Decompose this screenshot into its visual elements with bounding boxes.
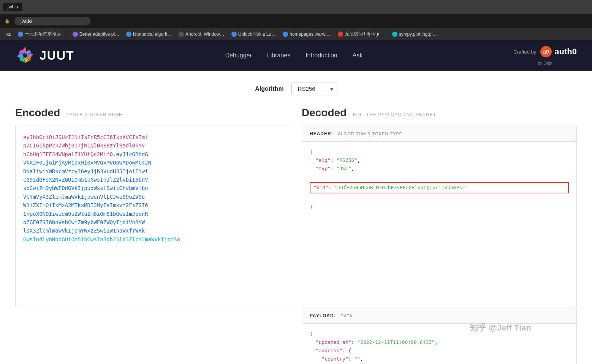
payload-address-key: "address" (316, 348, 342, 353)
svg-text:a0: a0 (543, 49, 549, 55)
algorithm-select-wrapper: HS256 HS384 HS512 RS256 RS384 RS512 (291, 82, 337, 95)
header-typ-key: "typ" (316, 166, 331, 171)
encoded-box[interactable]: eyJhbGciOiJSUzI1NiIsInR5cCI6IkpXVCIsImt … (15, 125, 290, 307)
encoded-token-line12: lsX3ZlcmlmaWVkIjpmYWxzZSwiZW1haWxfYWRk (23, 228, 145, 234)
bookmark-rks[interactable]: rks (3, 31, 13, 37)
encoded-token-line6: cG9zdGFsX2NvZGUiOm51bGwsInJlZ2lvbiI6bnV (23, 177, 148, 183)
auth0-icon: a0 (540, 46, 552, 58)
nav-links: Debugger Libraries Introduction Ask (225, 52, 362, 59)
main-content: Algorithm HS256 HS384 HS512 RS256 RS384 … (0, 71, 592, 364)
nav-debugger[interactable]: Debugger (225, 52, 252, 59)
payload-updated-key: "updated_at" (316, 339, 351, 345)
header-alg-val: "RS256" (336, 157, 357, 163)
decoded-header: Decoded EDIT THE PAYLOAD AND SECRET (302, 107, 577, 119)
payload-panel: PAYLOAD: DATA { "updated_at": "2022-12-1… (302, 307, 577, 364)
encoded-token-line7: sbCwiZm9ybWF0dGVkIjpudWxsfSwicGhvbmVfbn (23, 185, 148, 191)
encoded-token-line8: VtYmVyX3ZlcmlmaWVkIjpwcnVlLCJwaG9uZV9u (23, 194, 145, 200)
header-panel-header: HEADER: ALGORITHM & TOKEN TYPE (302, 125, 576, 142)
auth0-text: auth0 (554, 47, 577, 57)
bookmark-5[interactable]: Unlock Nokia Lu… (229, 31, 278, 38)
payload-panel-title: PAYLOAD: (310, 313, 336, 318)
address-bar: 🔒 jwt.io (0, 14, 592, 28)
payload-panel-subtitle: DATA (340, 313, 353, 318)
nav-ask[interactable]: Ask (353, 52, 363, 59)
bookmark-4[interactable]: Android, Window… (176, 31, 227, 38)
payload-updated-val: "2022-12-11T11:00:00.643Z" (357, 339, 435, 345)
encoded-token-line4: VkX2F0IjoiMjAyMi0xMi0xMVQxMVQowMDowMC42N (23, 160, 151, 166)
encoded-subtitle: PASTE A TOKEN HERE (66, 112, 122, 117)
encoded-token-line3: hCbHg1TFFJdWNpalZ1YUtQc2MifQ (23, 151, 113, 157)
bookmark-6[interactable]: homepages.warwi… (280, 31, 333, 38)
tab-bar: jwt.io (0, 0, 592, 14)
payload-country-key: "country" (321, 356, 348, 362)
lock-icon: 🔒 (5, 19, 10, 24)
payload-country-val: "" (354, 356, 360, 362)
algorithm-label: Algorithm (255, 85, 284, 92)
page-wrapper: JUUT Debugger Libraries Introduction Ask… (0, 40, 592, 364)
encoded-col: Encoded PASTE A TOKEN HERE eyJhbGciOiJSU… (15, 107, 290, 364)
by-okta: by Okta (538, 61, 552, 65)
nav-libraries[interactable]: Libraries (267, 52, 290, 59)
encoded-token-line2: pZCI6IkpPZkZWbjB1TjN1QlNkE8zYlBadlBSYV (23, 142, 145, 149)
nav-logo: JUUT (15, 46, 74, 65)
header-panel: HEADER: ALGORITHM & TOKEN TYPE { "alg": … (302, 125, 577, 307)
algorithm-row: Algorithm HS256 HS384 HS512 RS256 RS384 … (15, 82, 577, 95)
bookmark-8[interactable]: sympy.plotting.pl… (390, 31, 439, 38)
nav-introduction[interactable]: Introduction (305, 52, 337, 59)
encoded-header: Encoded PASTE A TOKEN HERE (15, 107, 290, 119)
payload-open-brace: { (310, 331, 313, 337)
browser-tab-jwt[interactable]: jwt.io (3, 3, 22, 11)
two-col-layout: Encoded PASTE A TOKEN HERE eyJhbGciOiJSU… (15, 107, 577, 364)
bookmarks-bar: rks 一元多项式求根算… Better adaptive pl… Numeri… (0, 28, 592, 40)
bookmark-2[interactable]: Better adaptive pl… (70, 31, 122, 38)
encoded-token-line11: oZGF0ZSI6bnVsbCwiZm9ybWF0ZWQyIjoiVnRYW (23, 219, 145, 225)
decoded-col: Decoded EDIT THE PAYLOAD AND SECRET HEAD… (302, 107, 577, 364)
header-panel-body[interactable]: { "alg": "RS256", "typ": "JWT", "kid": "… (302, 142, 576, 217)
header-typ-val: "JWT" (336, 166, 351, 171)
auth0-logo: a0 auth0 (540, 46, 577, 58)
header-open-brace: { (310, 149, 313, 155)
navbar: JUUT Debugger Libraries Introduction Ask… (0, 40, 592, 71)
header-kid-line: "kid": "JOfFVn0uN3uB_MtO3bPZvPRaXBlx5LQI… (310, 182, 569, 193)
browser-chrome: jwt.io 🔒 jwt.io rks 一元多项式求根算… Better ada… (0, 0, 592, 40)
encoded-token-line9: W1iZXIiOiIxMzA2MTkxMDI3MyIsImxvY2FsZSI6 (23, 202, 148, 208)
jwt-logo-icon (15, 46, 35, 65)
crafted-by: Crafted by a0 auth0 by Okta (513, 46, 577, 65)
header-kid-key: "kid" (313, 185, 328, 190)
bookmark-3[interactable]: Numerical algorit… (124, 31, 174, 38)
header-panel-title: HEADER: (310, 131, 333, 136)
payload-panel-header: PAYLOAD: DATA (302, 307, 576, 324)
encoded-token-line1: eyJhbGciOiJSUzI1NiIsInR5cCI6IkpXVCIsImt (23, 134, 148, 140)
encoded-token-line10: InpoX0NOIiwiem9uZWluZm8iOm51bGwsImJpcnR (23, 211, 148, 217)
header-alg-key: "alg" (316, 157, 331, 163)
decoded-subtitle: EDIT THE PAYLOAD AND SECRET (353, 112, 437, 117)
decoded-title: Decoded (302, 107, 347, 119)
header-close-brace: } (310, 204, 313, 210)
header-panel-subtitle: ALGORITHM & TOKEN TYPE (338, 131, 402, 136)
bookmark-1[interactable]: 一元多项式求根算… (16, 30, 68, 38)
logo-text: JUUT (40, 49, 74, 63)
header-kid-val: "JOfFVn0uN3uB_MtO3bPZvPRaXBlx5LQIucijVua… (334, 185, 468, 190)
encoded-token-line13: GwsIndlynNpdGUiOm51bGwsInBob25lX3Zlcmlma… (23, 236, 180, 242)
payload-panel-body[interactable]: { "updated_at": "2022-12-11T11:00:00.643… (302, 324, 576, 364)
payload-address-brace: { (348, 348, 351, 353)
encoded-token-line5: DNaIiwiYWRkcmVzcyI6eyJjb3VudHJ5IjoiIiwi (23, 168, 148, 174)
algorithm-select[interactable]: HS256 HS384 HS512 RS256 RS384 RS512 (291, 82, 337, 95)
encoded-title: Encoded (15, 107, 60, 119)
bookmark-7[interactable]: 无法访问 http://ge… (336, 30, 388, 38)
url-input[interactable]: jwt.io (14, 17, 90, 25)
encoded-token-payload1: eyJ1cGRhdG (116, 151, 148, 157)
crafted-by-label: Crafted by (513, 49, 536, 55)
